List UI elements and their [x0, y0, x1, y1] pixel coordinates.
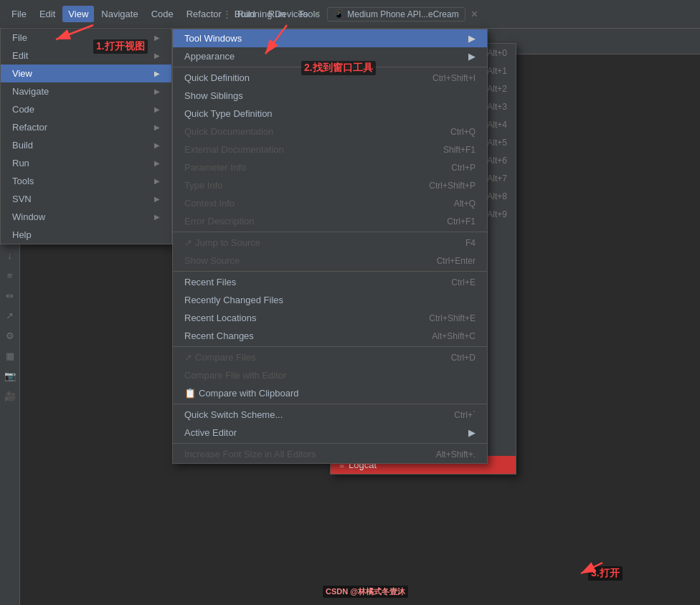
menu-item-refactor[interactable]: Refactor ▶	[1, 118, 171, 136]
sec-jump-to-source: ↗ Jump to Source F4	[173, 234, 487, 252]
sidebar-camera-icon[interactable]: 📷	[2, 368, 18, 384]
menu-file[interactable]: File	[6, 6, 32, 22]
jump-icon: ↗	[184, 237, 192, 248]
sec-show-siblings[interactable]: Show Siblings	[173, 87, 487, 105]
clipboard-icon: 📋	[184, 388, 196, 399]
sec-recent-locations[interactable]: Recent Locations Ctrl+Shift+E	[173, 309, 487, 327]
device-label: Medium Phone API...eCream	[347, 9, 458, 19]
menu-edit[interactable]: Edit	[34, 6, 61, 22]
sec-tool-windows[interactable]: Tool Windows ▶	[173, 29, 487, 47]
separator	[173, 232, 487, 232]
menu-item-help[interactable]: Help	[1, 226, 171, 244]
sec-error-description: Error Description Ctrl+F1	[173, 212, 487, 230]
menu-item-code[interactable]: Code ▶	[1, 100, 171, 118]
menu-code[interactable]: Code	[146, 6, 179, 22]
secondary-dropdown-menu: Tool Windows ▶ Appearance ▶ Quick Defini…	[172, 29, 488, 464]
top-bar-center: ⋮ Running Devices ✓ 📱 Medium Phone API..…	[222, 7, 478, 22]
sidebar-layout-icon[interactable]: ▦	[2, 348, 18, 363]
more-options-btn[interactable]: ⋮	[222, 9, 232, 19]
running-devices-label: Running Devices	[237, 9, 308, 19]
arrow-icon: ▶	[154, 195, 160, 203]
menu-navigate[interactable]: Navigate	[95, 6, 143, 22]
separator	[173, 443, 487, 444]
sec-compare-with-clipboard[interactable]: 📋 Compare with Clipboard	[173, 384, 487, 402]
primary-dropdown-menu: File ▶ Edit ▶ View ▶ Navigate ▶ Code ▶ R…	[0, 29, 172, 244]
sec-type-info: Type Info Ctrl+Shift+P	[173, 176, 487, 194]
sec-quick-type-definition[interactable]: Quick Type Definition	[173, 105, 487, 123]
arrow-icon: ▶	[154, 159, 160, 167]
sec-compare-file-with-editor: Compare File with Editor	[173, 366, 487, 384]
top-menu-bar: File Edit View Navigate Code Refactor Bu…	[0, 0, 700, 29]
menu-item-navigate[interactable]: Navigate ▶	[1, 82, 171, 100]
sidebar-filter-icon[interactable]: ⚙	[2, 328, 18, 343]
sidebar-format-icon[interactable]: ≡	[2, 267, 18, 283]
arrow-icon: ▶	[468, 33, 476, 44]
close-device-btn[interactable]: ×	[471, 8, 478, 21]
menu-view[interactable]: View	[62, 6, 94, 22]
arrow-icon: ▶	[154, 70, 160, 77]
menu-refactor[interactable]: Refactor	[181, 6, 227, 22]
sec-recent-changes[interactable]: Recent Changes Alt+Shift+C	[173, 327, 487, 345]
sec-show-source: Show Source Ctrl+Enter	[173, 252, 487, 270]
sec-quick-documentation: Quick Documentation Ctrl+Q	[173, 123, 487, 140]
arrow-icon: ▶	[154, 177, 160, 185]
menu-overlay: File ▶ Edit ▶ View ▶ Navigate ▶ Code ▶ R…	[0, 29, 172, 244]
menu-item-file[interactable]: File ▶	[1, 29, 171, 47]
arrow-icon: ▶	[154, 105, 160, 113]
sec-quick-definition[interactable]: Quick Definition Ctrl+Shift+I	[173, 69, 487, 87]
arrow-icon: ▶	[468, 51, 476, 62]
check-icon: ✓	[313, 9, 321, 19]
sec-active-editor[interactable]: Active Editor ▶	[173, 424, 487, 442]
menu-item-build[interactable]: Build ▶	[1, 136, 171, 154]
arrow-icon: ▶	[154, 52, 160, 59]
sec-appearance[interactable]: Appearance ▶	[173, 47, 487, 65]
arrow-icon: ▶	[468, 427, 476, 438]
device-badge[interactable]: 📱 Medium Phone API...eCream	[327, 7, 465, 22]
menu-item-run[interactable]: Run ▶	[1, 154, 171, 172]
sidebar-diff-icon[interactable]: ⇔	[2, 287, 18, 303]
arrow-icon: ▶	[154, 123, 160, 131]
sec-quick-switch-scheme[interactable]: Quick Switch Scheme... Ctrl+`	[173, 406, 487, 424]
menu-item-view[interactable]: View ▶	[1, 65, 171, 82]
sec-parameter-info: Parameter Info Ctrl+P	[173, 158, 487, 176]
separator	[173, 271, 487, 272]
sec-external-documentation: External Documentation Shift+F1	[173, 140, 487, 158]
menu-item-tools[interactable]: Tools ▶	[1, 172, 171, 190]
arrow-icon: ▶	[154, 213, 160, 221]
sec-compare-files: ↗ Compare Files Ctrl+D	[173, 348, 487, 366]
sec-recent-files[interactable]: Recent Files Ctrl+E	[173, 273, 487, 291]
sec-context-info: Context Info Alt+Q	[173, 194, 487, 212]
sidebar-video-icon[interactable]: 🎥	[2, 388, 18, 404]
sidebar-down-arrow[interactable]: ↓	[2, 247, 18, 263]
menu-item-edit[interactable]: Edit ▶	[1, 47, 171, 65]
sidebar-export-icon[interactable]: ↗	[2, 308, 18, 323]
separator	[173, 404, 487, 404]
arrow-icon: ▶	[154, 34, 160, 42]
arrow-icon: ▶	[154, 141, 160, 149]
menu-item-svn[interactable]: SVN ▶	[1, 190, 171, 208]
compare-icon: ↗	[184, 352, 192, 363]
menu-item-window[interactable]: Window ▶	[1, 208, 171, 226]
device-icon: 📱	[334, 9, 344, 19]
arrow-icon: ▶	[154, 87, 160, 95]
separator	[173, 67, 487, 67]
sec-increase-font-size: Increase Font Size in All Editors Alt+Sh…	[173, 445, 487, 463]
sec-recently-changed-files[interactable]: Recently Changed Files	[173, 291, 487, 309]
separator	[173, 346, 487, 347]
